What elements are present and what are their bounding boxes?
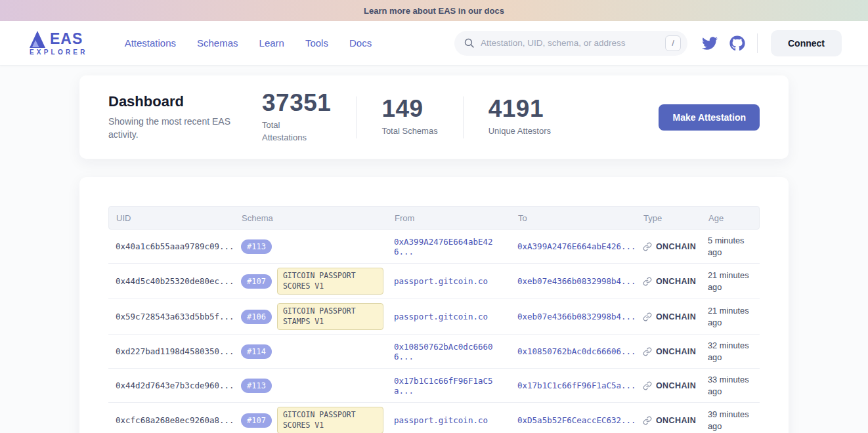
col-uid: UID [116, 213, 242, 223]
stat-label: Unique Attestors [488, 125, 551, 137]
github-icon[interactable] [729, 35, 745, 51]
table-row: 0x44d5c40b25320de80ec... #107 GITCOIN PA… [108, 264, 760, 299]
uid-link[interactable]: 0x44d5c40b25320de80ec... [116, 276, 241, 286]
make-attestation-button[interactable]: Make Attestation [659, 104, 760, 131]
schema-id-badge[interactable]: #113 [241, 379, 272, 393]
schema-id-badge[interactable]: #113 [241, 239, 272, 254]
age-cell: 39 minutes ago [708, 409, 760, 432]
stat-total-schemas: 149 Total Schemas [381, 96, 437, 137]
twitter-icon[interactable] [702, 35, 718, 51]
type-label: ONCHAIN [656, 347, 696, 356]
schema-id-badge[interactable]: #114 [241, 344, 272, 359]
age-cell: 21 minutes ago [708, 305, 760, 328]
from-link[interactable]: 0xA399A2476E664abE426... [394, 237, 517, 257]
col-schema: Schema [242, 213, 395, 223]
table-row: 0x59c728543a633d5bb5f... #106 GITCOIN PA… [108, 299, 760, 335]
from-link[interactable]: passport.gitcoin.co [394, 415, 517, 425]
stat-value: 4191 [488, 96, 551, 121]
col-from: From [395, 213, 518, 223]
to-link[interactable]: 0xA399A2476E664abE426... [517, 241, 643, 251]
type-cell: ONCHAIN [643, 312, 708, 321]
search-input[interactable] [481, 38, 665, 48]
type-label: ONCHAIN [656, 312, 696, 321]
schema-cell: #114 [241, 344, 394, 359]
stat-total-attestations: 37351 Total Attestations [262, 91, 331, 143]
to-link[interactable]: 0xeb07e4366b0832998b4... [517, 312, 643, 321]
stat-label: Total Attestations [262, 119, 320, 143]
schema-name-badge[interactable]: GITCOIN PASSPORT SCORES V1 [277, 268, 383, 295]
logo-subtitle: EXPLORER [30, 49, 88, 56]
nav-docs[interactable]: Docs [349, 37, 372, 49]
uid-link[interactable]: 0x44d2d7643e7b3cde960... [116, 381, 241, 390]
connect-wallet-button[interactable]: Connect [771, 30, 842, 56]
banner-docs-link[interactable]: Learn more about EAS in our docs [364, 6, 504, 16]
schema-cell: #113 [241, 239, 394, 254]
to-link[interactable]: 0x17b1C1c66fF96F1aC5a... [517, 381, 643, 390]
uid-link[interactable]: 0x40a1c6b55aaa9789c09... [116, 241, 241, 251]
link-icon [643, 347, 652, 356]
schema-id-badge[interactable]: #107 [241, 413, 272, 428]
stat-value: 37351 [262, 91, 331, 115]
uid-link[interactable]: 0xcfc68a268e8ec9260a8... [116, 415, 241, 425]
to-link[interactable]: 0xeb07e4366b0832998b4... [517, 276, 643, 286]
uid-link[interactable]: 0xd227bad1198d4580350... [116, 346, 241, 356]
link-icon [643, 312, 652, 321]
age-cell: 32 minutes ago [708, 340, 760, 363]
search-icon [464, 37, 475, 49]
type-label: ONCHAIN [656, 381, 696, 390]
col-to: To [518, 213, 643, 223]
site-header: EAS EXPLORER Attestations Schemas Learn … [0, 21, 868, 66]
table-row: 0xcfc68a268e8ec9260a8... #107 GITCOIN PA… [108, 403, 760, 433]
type-label: ONCHAIN [656, 416, 696, 425]
uid-link[interactable]: 0x59c728543a633d5bb5f... [116, 312, 241, 321]
from-link[interactable]: passport.gitcoin.co [394, 276, 517, 286]
to-link[interactable]: 0x10850762bAc0dc66606... [517, 346, 643, 356]
announcement-banner: Learn more about EAS in our docs [0, 0, 868, 21]
from-link[interactable]: 0x17b1C1c66fF96F1aC5a... [394, 376, 517, 396]
recent-activity-card: UID Schema From To Type Age 0x40a1c6b55a… [79, 177, 789, 433]
logo-title: EAS [50, 30, 83, 48]
schema-cell: #107 GITCOIN PASSPORT SCORES V1 [241, 407, 394, 433]
col-type: Type [643, 213, 708, 223]
stat-value: 149 [381, 96, 437, 121]
nav-schemas[interactable]: Schemas [197, 37, 238, 49]
table-header: UID Schema From To Type Age [108, 206, 760, 230]
schema-cell: #113 [241, 379, 394, 393]
eas-triangle-icon [30, 31, 45, 48]
schema-cell: #107 GITCOIN PASSPORT SCORES V1 [241, 268, 394, 295]
link-icon [643, 416, 652, 425]
dashboard-card: Dashboard Showing the most recent EAS ac… [79, 75, 789, 159]
stat-label: Total Schemas [381, 125, 437, 137]
schema-id-badge[interactable]: #107 [241, 274, 272, 289]
search-box[interactable]: / [454, 31, 687, 56]
type-cell: ONCHAIN [643, 277, 708, 286]
page-title: Dashboard [108, 93, 237, 110]
stat-unique-attestors: 4191 Unique Attestors [488, 96, 551, 137]
link-icon [643, 381, 652, 390]
nav-tools[interactable]: Tools [305, 37, 328, 49]
eas-logo[interactable]: EAS EXPLORER [30, 30, 88, 56]
type-cell: ONCHAIN [643, 347, 708, 356]
schema-cell: #106 GITCOIN PASSPORT STAMPS V1 [241, 303, 394, 330]
link-icon [643, 277, 652, 286]
page-subtitle: Showing the most recent EAS activity. [108, 115, 237, 142]
nav-attestations[interactable]: Attestations [125, 37, 176, 49]
from-link[interactable]: 0x10850762bAc0dc66606... [394, 342, 517, 361]
main-nav: Attestations Schemas Learn Tools Docs [125, 37, 372, 49]
schema-name-badge[interactable]: GITCOIN PASSPORT STAMPS V1 [277, 303, 383, 330]
from-link[interactable]: passport.gitcoin.co [394, 312, 517, 321]
type-cell: ONCHAIN [643, 381, 708, 390]
to-link[interactable]: 0xD5a5b52F6CeaccEC632... [517, 415, 643, 425]
stats-row: 37351 Total Attestations 149 Total Schem… [262, 91, 551, 143]
age-cell: 33 minutes ago [708, 374, 760, 397]
stat-divider [463, 96, 464, 138]
schema-name-badge[interactable]: GITCOIN PASSPORT SCORES V1 [277, 407, 383, 433]
header-divider [757, 33, 758, 53]
schema-id-badge[interactable]: #106 [241, 310, 272, 324]
type-label: ONCHAIN [656, 242, 696, 251]
col-age: Age [708, 213, 759, 223]
stat-divider [356, 96, 357, 138]
type-label: ONCHAIN [656, 277, 696, 286]
slash-shortcut-badge: / [665, 35, 681, 51]
nav-learn[interactable]: Learn [259, 37, 284, 49]
